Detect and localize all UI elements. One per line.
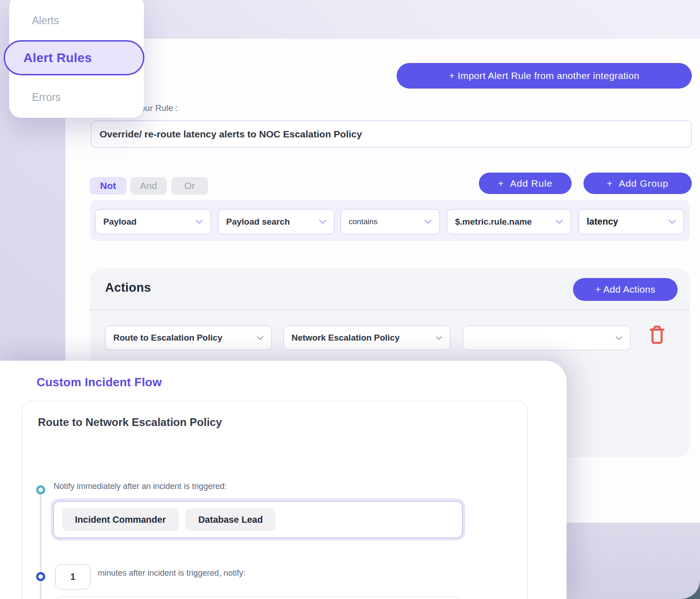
background-lavender-block [567, 523, 700, 599]
condition-field-value: Payload search [226, 217, 290, 227]
step2-notify-targets-input[interactable]: Comms Lead [54, 596, 461, 599]
condition-operator-select[interactable]: contains [340, 209, 440, 234]
chevron-down-icon [424, 220, 432, 224]
add-group-label: Add Group [619, 178, 668, 189]
action-type-value: Route to Escalation Policy [113, 333, 223, 343]
actions-title: Actions [105, 281, 151, 295]
custom-incident-flow-title: Custom Incident Flow [37, 375, 162, 389]
step2-label: minutes after incident is triggered, not… [98, 568, 245, 578]
step1-label: Notify immediately after an incident is … [53, 482, 227, 491]
incident-flow-card-title: Route to Network Escalation Policy [38, 416, 222, 429]
app-screen: Actions + Add Actions Route to Escalatio… [0, 0, 700, 599]
condition-field-select[interactable]: Payload search [218, 209, 334, 234]
chevron-down-icon [615, 336, 622, 340]
action-type-select[interactable]: Route to Escalation Policy [105, 326, 272, 350]
condition-value-value: latency [587, 216, 618, 227]
timeline-step2-marker-icon [36, 572, 45, 581]
escalation-policy-value: Network Escalation Policy [292, 333, 400, 343]
chevron-down-icon [668, 220, 676, 224]
nav-item-alert-rules-label: Alert Rules [23, 51, 92, 65]
extra-option-select[interactable] [463, 326, 631, 350]
condition-value-select[interactable]: latency [578, 209, 684, 234]
add-rule-button[interactable]: + Add Rule [479, 173, 572, 194]
delete-action-button[interactable] [648, 324, 666, 346]
escalation-policy-select[interactable]: Network Escalation Policy [283, 326, 451, 350]
operator-or-button[interactable]: Or [171, 177, 208, 194]
rule-name-label: our Rule : [140, 103, 178, 113]
add-group-button[interactable]: + Add Group [583, 173, 692, 194]
add-rule-label: Add Rule [510, 178, 552, 189]
step2-minutes-input[interactable] [55, 564, 90, 589]
nav-item-alerts[interactable]: Alerts [32, 15, 59, 27]
condition-row: Payload Payload search contains $.metric… [90, 200, 690, 241]
operator-not-button[interactable]: Not [90, 177, 127, 194]
notify-chip[interactable]: Database Lead [186, 508, 276, 531]
chevron-down-icon [435, 336, 442, 340]
condition-source-value: Payload [103, 217, 137, 227]
rule-name-input[interactable] [91, 121, 692, 147]
operator-and-button[interactable]: And [130, 177, 167, 194]
plus-icon: + [607, 178, 613, 189]
plus-icon: + [498, 178, 504, 189]
chevron-down-icon [257, 336, 264, 340]
timeline-step1-marker-icon [36, 485, 45, 494]
trash-icon [649, 325, 665, 344]
custom-incident-flow-panel: Custom Incident Flow Route to Network Es… [0, 361, 567, 599]
chevron-down-icon [196, 220, 203, 224]
nav-item-errors[interactable]: Errors [32, 91, 61, 104]
condition-path-select[interactable]: $.metric.rule.name [447, 209, 571, 234]
step1-notify-targets-input[interactable]: Incident Commander Database Lead [53, 501, 463, 538]
nav-item-alert-rules[interactable]: Alert Rules [4, 40, 144, 75]
import-alert-rule-button[interactable]: + Import Alert Rule from another integra… [397, 63, 692, 89]
condition-path-value: $.metric.rule.name [455, 217, 532, 227]
timeline-connector [40, 494, 42, 599]
add-actions-button[interactable]: + Add Actions [573, 278, 678, 301]
notify-chip[interactable]: Incident Commander [62, 508, 179, 531]
condition-source-select[interactable]: Payload [95, 209, 211, 234]
chevron-down-icon [556, 220, 563, 224]
actions-divider [90, 310, 690, 310]
condition-operator-value: contains [349, 217, 377, 226]
chevron-down-icon [319, 220, 326, 224]
incident-flow-card: Route to Network Escalation Policy Notif… [22, 401, 528, 599]
